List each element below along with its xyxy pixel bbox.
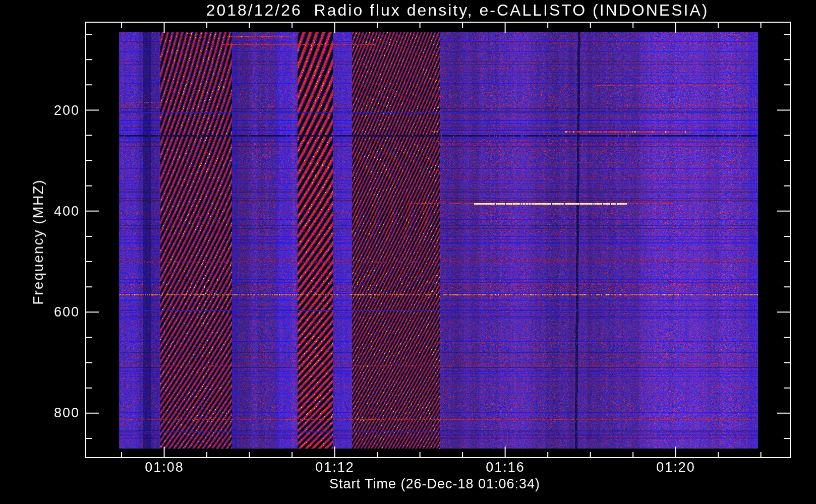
y-tick-label-800: 800 — [24, 405, 80, 421]
x-tick-label-0116: 01:16 — [470, 460, 541, 475]
y-axis-label: Frequency (MHZ) — [30, 179, 46, 304]
chart-title: 2018/12/26 Radio flux density, e-CALLIST… — [206, 1, 709, 20]
x-tick-label-0112: 01:12 — [300, 460, 370, 475]
y-tick-label-600: 600 — [24, 304, 80, 320]
spectrogram-figure: 2018/12/26 Radio flux density, e-CALLIST… — [0, 0, 816, 504]
axes-frame-canvas — [0, 0, 816, 504]
x-tick-label-0108: 01:08 — [129, 460, 200, 475]
x-tick-label-0120: 01:20 — [640, 460, 711, 475]
x-axis-label: Start Time (26-Dec-18 01:06:34) — [329, 476, 540, 492]
y-tick-label-200: 200 — [24, 103, 80, 118]
y-tick-label-400: 400 — [24, 204, 80, 219]
